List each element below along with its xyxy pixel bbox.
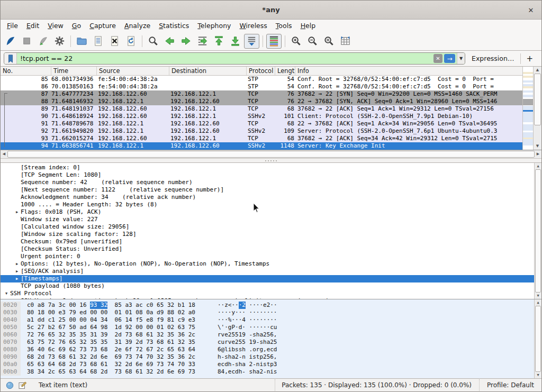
ascii-bytes[interactable]: sha2-nis (246, 368, 277, 376)
ascii-bytes[interactable]: ··z<·· (218, 302, 239, 309)
expand-arrow-icon[interactable]: ▶ (13, 208, 21, 216)
column-header-info[interactable]: Info (295, 67, 522, 75)
menu-tools[interactable]: Tools (272, 21, 296, 31)
hex-bytes[interactable]: c0 a8 7a 3c 00 16 (27, 302, 90, 309)
detail-line[interactable]: [TCP Segment Len: 1080] (1, 171, 541, 179)
zoom-out-button[interactable] (305, 34, 320, 49)
hex-row[interactable]: 006072 76 65 32 35 35 31 39 2d 73 68 61 … (1, 331, 541, 339)
profile-selector[interactable]: Profile: Default (479, 379, 536, 391)
hex-row[interactable]: 0020c0 a8 7a 3c 00 16 93 32 85 a3 ac c0 … (1, 302, 541, 309)
vscroll-thumb[interactable] (535, 169, 541, 293)
hex-row[interactable]: 00b038 34 2c 65 63 64 68 2d 73 68 61 32 … (1, 368, 541, 376)
ascii-bytes[interactable]: ········ (246, 316, 277, 324)
hex-bytes[interactable]: 69 73 74 70 32 35 36 2c (107, 353, 195, 361)
details-vscrollbar[interactable]: ▲ ▼ (534, 163, 541, 299)
stop-capture-button[interactable] (19, 34, 34, 49)
collapse-arrow-icon[interactable]: ▼ (3, 290, 10, 297)
menu-telephony[interactable]: Telephony (193, 21, 235, 31)
detail-line[interactable]: Urgent pointer: 0 (1, 253, 541, 260)
column-header-destination[interactable]: Destination (169, 67, 247, 75)
hex-row[interactable]: 0040a1 dd c1 25 00 00 04 34 06 14 f5 e8 … (1, 316, 541, 324)
open-file-button[interactable] (74, 34, 89, 49)
hex-bytes-highlight[interactable]: 93 32 (90, 302, 107, 309)
ascii-bytes[interactable]: 19-sha25 (246, 339, 277, 346)
vscroll-thumb[interactable] (534, 74, 541, 125)
packet-row[interactable]: 8670.013850163fe:54:00:d4:38:2aSTP54Conf… (1, 83, 522, 90)
filter-apply-button[interactable]: → (444, 54, 455, 63)
ascii-bytes[interactable]: istp256, (246, 353, 277, 361)
restart-capture-button[interactable] (35, 34, 51, 49)
ascii-bytes[interactable]: -sha256, (246, 331, 277, 339)
ascii-bytes[interactable]: ········ (246, 309, 277, 316)
ascii-bytes[interactable]: h-sha2-n (218, 353, 246, 361)
detail-line[interactable]: [Stream index: 0] (1, 164, 541, 171)
hex-bytes[interactable]: 5c 27 b2 67 50 ad 64 98 (27, 324, 107, 331)
packet-row[interactable]: 8568.001734936fe:54:00:d4:38:2aSTP54Conf… (1, 76, 522, 83)
hex-bytes[interactable]: 68 2d 73 68 61 32 2d 6e (27, 353, 107, 361)
filter-text[interactable]: !tcp.port == 22 (17, 54, 433, 62)
menu-view[interactable]: View (43, 21, 68, 31)
scroll-down-icon[interactable]: ▼ (534, 143, 541, 150)
detail-line[interactable]: Checksum: 0x79ed [unverified] (1, 238, 541, 245)
detail-line[interactable]: Sequence number: 42 (relative sequence n… (1, 179, 541, 186)
detail-line[interactable]: ▶Options: (12 bytes), No-Operation (NOP)… (1, 260, 541, 268)
ascii-bytes[interactable]: ····y··· (218, 309, 246, 316)
column-header-length[interactable]: Length (275, 67, 295, 75)
bytes-vscrollbar[interactable]: ▲ ▼ (534, 299, 541, 378)
hex-bytes[interactable]: 80 18 00 e3 79 ed 00 00 (27, 309, 107, 316)
packet-row[interactable]: 9371.662015274192.168.122.60192.168.122.… (1, 135, 522, 142)
hex-bytes[interactable]: 85 a3 ac c0 65 32 b1 18 (107, 302, 195, 309)
go-to-bottom-button[interactable] (228, 34, 243, 49)
close-icon[interactable]: ✕ (526, 6, 536, 15)
hex-row[interactable]: 008036 40 6c 69 62 73 73 68 2e 6f 72 67 … (1, 346, 541, 353)
detail-line[interactable]: [Window size scaling factor: 128] (1, 231, 541, 238)
detail-line[interactable]: [Calculated window size: 29056] (1, 223, 541, 231)
go-to-top-button[interactable] (211, 34, 227, 49)
hex-bytes[interactable]: 36 40 6c 69 62 73 73 68 (27, 346, 107, 353)
packet-row-selected[interactable]: 9471.663856741192.168.122.1192.168.122.6… (1, 142, 522, 150)
column-header-source[interactable]: Source (97, 67, 169, 75)
ascii-bytes[interactable]: curve255 (218, 339, 246, 346)
ascii-bytes[interactable]: \'·gP·d· (218, 324, 246, 331)
go-forward-button[interactable] (178, 34, 194, 49)
detail-line[interactable]: Window size value: 227 (1, 216, 541, 223)
packet-row[interactable]: 9071.648618924192.168.122.60192.168.122.… (1, 113, 522, 120)
scroll-up-icon[interactable]: ▲ (535, 299, 541, 306)
detail-line-selected[interactable]: ▶[Timestamps] (1, 275, 541, 282)
add-filter-button[interactable]: + (520, 53, 538, 64)
ascii-bytes[interactable]: 2-nistp3 (246, 361, 277, 368)
ascii-bytes[interactable]: ······cu (246, 324, 277, 331)
auto-scroll-button[interactable] (244, 34, 259, 49)
menu-file[interactable]: File (3, 21, 22, 31)
ascii-bytes-highlight[interactable]: ·2 (239, 302, 246, 309)
packet-minimap[interactable] (522, 67, 533, 150)
hex-bytes[interactable]: 73 68 61 32 2d 6e 69 73 (107, 368, 195, 376)
packet-list-hscrollbar[interactable]: ◀ ▶ (1, 150, 541, 159)
expand-arrow-icon[interactable]: ▶ (13, 260, 21, 268)
packet-row[interactable]: 8971.648191037192.168.122.60192.168.122.… (1, 105, 522, 113)
scroll-left-icon[interactable]: ◀ (1, 150, 7, 158)
scroll-right-icon[interactable]: ▶ (535, 150, 541, 158)
hex-bytes[interactable]: 2d 73 68 61 32 35 36 2c (107, 331, 195, 339)
reload-file-button[interactable] (123, 34, 139, 49)
scroll-up-icon[interactable]: ▲ (535, 163, 541, 169)
ascii-bytes[interactable]: rve25519 (218, 331, 246, 339)
resize-columns-button[interactable] (338, 34, 353, 49)
packet-row[interactable]: 9271.661949820192.168.122.1192.168.122.6… (1, 127, 522, 135)
hex-bytes[interactable]: 32 2d 6e 69 73 74 70 33 (107, 361, 195, 368)
filter-clear-button[interactable]: ✕ (433, 54, 442, 63)
find-packet-button[interactable] (146, 34, 161, 49)
expert-info-icon[interactable] (6, 381, 14, 389)
hex-row[interactable]: 00505c 27 b2 67 50 ad 64 98 1d 92 00 00 … (1, 324, 541, 331)
hex-bytes[interactable]: 01 01 08 0a d9 88 02 a0 (107, 309, 195, 316)
start-capture-button[interactable] (3, 34, 18, 49)
colorize-packets-button[interactable] (266, 34, 282, 49)
menu-edit[interactable]: Edit (22, 21, 43, 31)
hex-bytes[interactable]: 72 76 65 32 35 35 31 39 (27, 331, 107, 339)
scroll-up-icon[interactable]: ▲ (534, 67, 541, 74)
pane-splitter[interactable] (1, 159, 541, 163)
detail-line[interactable]: [Next sequence number: 1122 (relative se… (1, 186, 541, 194)
detail-line[interactable]: ▶Flags: 0x018 (PSH, ACK) (1, 208, 541, 216)
vscroll-thumb[interactable] (535, 306, 541, 372)
menu-go[interactable]: Go (68, 21, 85, 31)
